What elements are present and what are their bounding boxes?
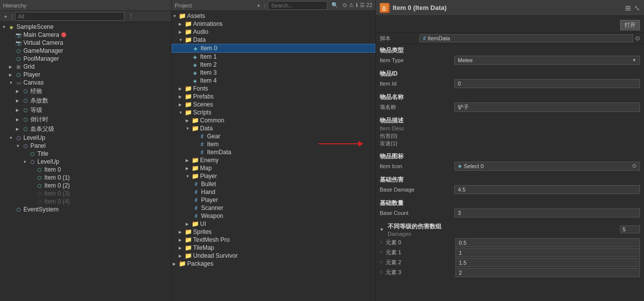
hierarchy-item-virtualcamera[interactable]: 📷 Virtual Camera [0,39,171,47]
project-item-player-script[interactable]: # Player [172,196,375,204]
damage-value-input[interactable]: 0.5 [455,238,640,247]
asset-icon: ◈ [192,61,199,68]
hierarchy-item-item0-3[interactable]: ⬡ Item 0 (3) [0,190,171,198]
hierarchy-item-maincamera[interactable]: 📷 Main Camera [0,31,171,39]
pin-button[interactable]: ⊞ [625,4,631,12]
script-value[interactable]: # ItemData [420,34,633,42]
project-item-item0[interactable]: ◈ Item 0 [172,44,375,53]
gameobject-icon: ⬡ [22,98,29,104]
folder-icon: 📁 [185,228,192,235]
field-group-title: 物品名称 [380,93,640,101]
project-item-scripts[interactable]: ▼ 📁 Scripts [172,108,375,116]
drag-handle[interactable]: = [380,270,386,275]
hierarchy-item-player[interactable]: ▶ ⬡ Player [0,71,171,79]
project-search-btn[interactable]: 🔍 [329,1,340,9]
itemtype-dropdown[interactable]: Melee ▼ [454,56,640,65]
hierarchy-item-item0-2[interactable]: ⬡ Item 0 (2) [0,182,171,190]
drag-handle[interactable]: = [380,240,386,245]
project-item-textmeshpro[interactable]: ▶ 📁 TextMesh Pro [172,236,375,244]
project-item-item1[interactable]: ◈ Item 1 [172,53,375,61]
project-item-assets[interactable]: ▼ 📁 Assets [172,12,375,20]
itemicon-selector[interactable]: ◈ Select 0 ⊙ [454,162,640,171]
hierarchy-item-gamemanager[interactable]: ⬡ GameManager [0,47,171,55]
hierarchy-item-title[interactable]: ⬡ Title [0,150,171,158]
script-label: 脚本 [380,35,420,42]
drag-handle[interactable]: = [380,260,386,265]
damage-value-input[interactable]: 1 [455,248,640,257]
hierarchy-item-dengji[interactable]: ▶ ⬡ 等级 [0,105,171,115]
project-item-packages[interactable]: ▶ 📁 Packages [172,260,375,268]
project-item-gear[interactable]: # Gear [172,132,375,140]
hierarchy-item-shagushu[interactable]: ▶ ⬡ 杀故数 [0,96,171,105]
hierarchy-item-label: Item 0 (2) [44,182,70,189]
project-item-ui[interactable]: ▶ 📁 UI [172,220,375,228]
project-item-item3[interactable]: ◈ Item 3 [172,69,375,77]
script-icon-inline: # [423,36,426,41]
open-button[interactable]: 打开 [620,20,640,30]
damage-value-input[interactable]: 1.5 [455,258,640,267]
maximize-button[interactable]: ⤡ [634,4,640,12]
project-item-player-scripts[interactable]: ▼ 📁 Player [172,172,375,180]
hierarchy-item-item0-1[interactable]: ⬡ Item 0 (1) [0,174,171,182]
project-item-audio[interactable]: ▶ 📁 Audio [172,28,375,36]
project-item-itemdata[interactable]: # ItemData [172,148,375,156]
hierarchy-item-item0[interactable]: ⬡ Item 0 [0,166,171,174]
project-item-label: Assets [187,12,205,19]
expand-arrow: ▶ [186,158,192,163]
hierarchy-item-samplescene[interactable]: ▼ ◈ SampleScene [0,23,171,31]
project-add-btn[interactable]: + [255,2,262,9]
hierarchy-item-xuetiaofuji[interactable]: ▶ ⬡ 血条父级 [0,124,171,134]
itemname-input[interactable]: 铲子 [454,102,640,112]
project-item-item-script[interactable]: # Item [172,140,375,148]
hierarchy-item-panel[interactable]: ▼ ⬡ Panel [0,142,171,150]
itemicon-settings-icon[interactable]: ⊙ [632,163,637,169]
damage-row-0: = 元素 0 0.5 [380,238,640,248]
project-warning: ⚠ [349,2,354,8]
project-item-item4[interactable]: ◈ Item 4 [172,77,375,85]
hierarchy-item-eventsystem[interactable]: ⬡ EventSystem [0,205,171,213]
basecount-input[interactable]: 3 [454,208,640,217]
project-item-prefabs[interactable]: ▶ 📁 Prefabs [172,93,375,100]
project-item-weapon[interactable]: # Weapon [172,212,375,220]
project-item-data-scripts[interactable]: ▼ 📁 Data [172,124,375,132]
hierarchy-item-levelup[interactable]: ▼ ⬡ LevelUp [0,134,171,142]
canvas-icon: ▭ [15,79,22,86]
project-item-fonts[interactable]: ▶ 📁 Fonts [172,85,375,93]
itemdesc-content: 伤害{0} 攻速{1} [380,132,640,148]
project-item-animations[interactable]: ▶ 📁 Animations [172,20,375,28]
project-search[interactable] [268,1,327,10]
project-item-sprites[interactable]: ▶ 📁 Sprites [172,228,375,236]
script-settings-icon[interactable]: ⊙ [635,35,640,42]
damage-value-input[interactable]: 2 [455,268,640,277]
project-item-data[interactable]: ▼ 📁 Data [172,36,375,44]
project-item-label: Scripts [193,109,212,116]
itemid-input[interactable]: 0 [454,79,640,88]
project-item-item2[interactable]: ◈ Item 2 [172,61,375,69]
hierarchy-search[interactable] [15,12,124,21]
project-item-tilemap[interactable]: ▶ 📁 TileMap [172,244,375,252]
hierarchy-item-jingyan[interactable]: ▶ ⬡ 经验 [0,87,171,96]
hierarchy-item-item0-4[interactable]: ⬡ Item 0 (4) [0,198,171,205]
hierarchy-item-canvas[interactable]: ▼ ▭ Canvas [0,79,171,87]
hierarchy-item-poolmanager[interactable]: ⬡ PoolManager [0,55,171,63]
hierarchy-item-levelup-child[interactable]: ▼ ⬡ LevelUp [0,158,171,166]
project-item-hand[interactable]: # Hand [172,188,375,196]
drag-handle[interactable]: = [380,250,386,255]
hierarchy-item-daojishi[interactable]: ▶ ⬡ 倒计时 [0,115,171,124]
hierarchy-add-btn[interactable]: + [2,13,9,20]
damages-expand-arrow[interactable]: ▼ [380,227,386,232]
damages-count[interactable] [620,225,640,233]
project-item-undead-survivor[interactable]: ▶ 📁 Undead Survivor [172,252,375,260]
project-item-map[interactable]: ▶ 📁 Map [172,164,375,172]
project-item-common[interactable]: ▶ 📁 Common [172,116,375,124]
damages-count-input[interactable] [620,225,640,233]
project-item-scanner[interactable]: # Scanner [172,204,375,212]
hierarchy-more-btn[interactable]: ⋮ [126,12,136,20]
hierarchy-item-grid[interactable]: ▶ ⊞ Grid [0,63,171,71]
project-item-enemy[interactable]: ▶ 📁 Enemy [172,156,375,164]
inspector-panel: {} Item 0 (Item Data) ⊞ ⤡ 打开 脚本 # ItemDa… [376,0,644,301]
project-item-bullet[interactable]: # Bullet [172,180,375,188]
project-item-scenes[interactable]: ▶ 📁 Scenes [172,100,375,108]
project-item-label: Item [207,141,218,148]
basedamage-input[interactable]: 4.5 [454,185,640,194]
